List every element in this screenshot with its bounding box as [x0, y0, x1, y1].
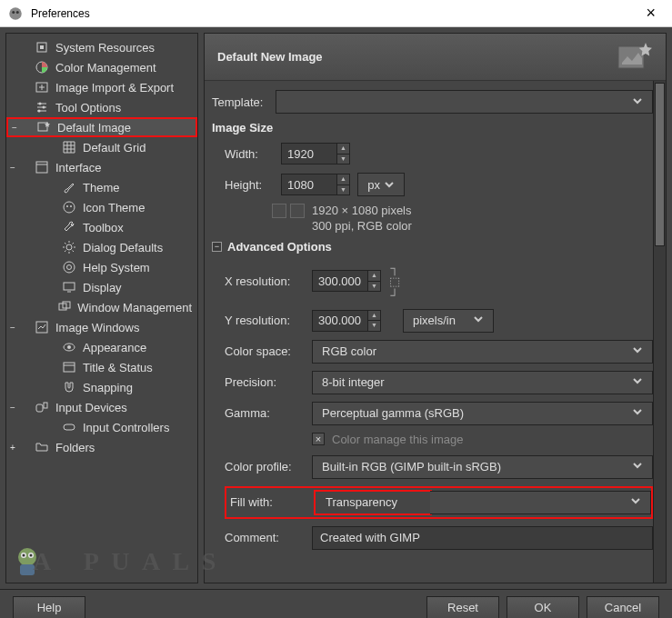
page-header: Default New Image	[205, 34, 666, 81]
close-button[interactable]: ×	[637, 4, 665, 23]
tree-item-default-image[interactable]: −Default Image	[6, 117, 197, 137]
template-select[interactable]	[276, 90, 653, 114]
sliders-icon	[34, 100, 50, 115]
app-icon	[7, 5, 24, 22]
tree-item-title-status[interactable]: Title & Status	[6, 357, 197, 377]
tree-item-snapping[interactable]: Snapping	[6, 377, 197, 397]
svg-rect-26	[44, 403, 47, 408]
help-button[interactable]: Help	[13, 596, 85, 619]
svg-point-17	[67, 265, 72, 270]
grid-icon	[61, 140, 77, 154]
tree-item-folders[interactable]: +Folders	[6, 437, 197, 457]
fill-with-select-ext[interactable]	[430, 491, 651, 514]
spin-down-icon[interactable]: ▼	[337, 154, 349, 164]
res-unit-select[interactable]: pixels/in	[403, 309, 494, 333]
window-title: Preferences	[31, 7, 637, 20]
chevron-down-icon	[632, 95, 643, 109]
preferences-tree[interactable]: System Resources Color Management Image …	[5, 33, 198, 583]
expander-icon[interactable]: −	[6, 403, 19, 413]
magnet-icon	[61, 380, 77, 394]
spin-up-icon[interactable]: ▲	[337, 144, 349, 154]
tree-item-icon-theme[interactable]: Icon Theme	[6, 197, 197, 217]
tree-item-appearance[interactable]: Appearance	[6, 337, 197, 357]
lifebuoy-icon	[61, 260, 77, 274]
tree-item-image-windows[interactable]: −Image Windows	[6, 317, 197, 337]
width-label: Width:	[225, 147, 281, 161]
svg-rect-24	[64, 363, 75, 372]
expander-icon[interactable]: +	[6, 443, 19, 453]
height-label: Height:	[225, 178, 281, 192]
scrollbar-thumb[interactable]	[655, 83, 665, 246]
tree-item-system-resources[interactable]: System Resources	[6, 37, 197, 57]
fill-with-select[interactable]: Transparency	[316, 493, 429, 513]
svg-rect-4	[40, 45, 44, 49]
svg-point-7	[39, 103, 42, 105]
svg-rect-18	[64, 283, 75, 290]
fill-with-row: Fill with: Transparency	[225, 486, 653, 519]
tree-item-input-devices[interactable]: −Input Devices	[6, 397, 197, 417]
tree-item-input-controllers[interactable]: Input Controllers	[6, 417, 197, 437]
wrench-icon	[61, 220, 77, 234]
comment-input[interactable]	[312, 526, 653, 550]
tree-item-dialog-defaults[interactable]: Dialog Defaults	[6, 237, 197, 257]
expander-icon[interactable]: −	[8, 123, 21, 133]
svg-point-14	[70, 205, 72, 207]
collapse-icon[interactable]: −	[212, 242, 222, 252]
cancel-button[interactable]: Cancel	[587, 596, 659, 619]
spin-up-icon[interactable]: ▲	[337, 174, 349, 185]
color-manage-checkbox[interactable]: ×	[312, 433, 325, 445]
xres-input[interactable]: ▲▼	[312, 270, 381, 292]
tree-item-tool-options[interactable]: Tool Options	[6, 97, 197, 117]
landscape-icon[interactable]	[290, 204, 305, 218]
image-size-title: Image Size	[212, 121, 653, 135]
yres-input[interactable]: ▲▼	[312, 310, 381, 332]
fill-label: Fill with:	[230, 495, 314, 509]
window-icon	[34, 160, 50, 174]
tree-item-toolbox[interactable]: Toolbox	[6, 217, 197, 237]
dialog-footer: Help Reset OK Cancel	[0, 589, 672, 618]
svg-point-15	[66, 244, 72, 250]
import-export-icon	[34, 80, 50, 95]
tree-item-help-system[interactable]: Help System	[6, 257, 197, 277]
tree-item-display[interactable]: Display	[6, 277, 197, 297]
expander-icon[interactable]: −	[6, 163, 19, 173]
image-window-icon	[34, 320, 50, 334]
gamma-select[interactable]: Perceptual gamma (sRGB)	[312, 402, 653, 425]
page-title: Default New Image	[217, 50, 323, 64]
precision-select[interactable]: 8-bit integer	[312, 371, 653, 394]
svg-rect-27	[64, 424, 75, 430]
color-profile-select[interactable]: Built-in RGB (GIMP built-in sRGB)	[312, 455, 653, 479]
svg-point-2	[16, 11, 19, 14]
comment-label: Comment:	[225, 531, 312, 544]
face-icon	[61, 200, 77, 214]
gear-icon	[61, 240, 77, 254]
titlebar: Preferences ×	[0, 0, 672, 27]
tree-item-window-management[interactable]: Window Management	[6, 297, 197, 317]
height-input[interactable]: ▲▼	[281, 174, 350, 195]
reset-button[interactable]: Reset	[426, 596, 499, 619]
tree-item-default-grid[interactable]: Default Grid	[6, 137, 197, 157]
scrollbar[interactable]	[653, 81, 666, 583]
tree-item-interface[interactable]: −Interface	[6, 157, 197, 177]
tree-item-theme[interactable]: Theme	[6, 177, 197, 197]
portrait-icon[interactable]	[272, 204, 286, 218]
advanced-title: Advanced Options	[227, 240, 332, 254]
tree-item-image-import-export[interactable]: Image Import & Export	[6, 77, 197, 97]
tag-icon	[61, 360, 77, 374]
yres-label: Y resolution:	[225, 314, 312, 327]
eye-icon	[61, 340, 77, 354]
width-input[interactable]: ▲▼	[281, 143, 350, 164]
tree-item-color-management[interactable]: Color Management	[6, 57, 197, 77]
link-chain-icon[interactable]: ┐⬚┘	[386, 261, 403, 302]
spin-down-icon[interactable]: ▼	[337, 185, 349, 195]
expander-icon[interactable]: −	[6, 323, 19, 333]
size-unit-select[interactable]: px	[357, 173, 405, 196]
svg-point-13	[66, 205, 68, 207]
default-image-icon	[617, 41, 653, 74]
windows-icon	[57, 300, 73, 314]
colorspace-select[interactable]: RGB color	[312, 340, 653, 364]
ok-button[interactable]: OK	[507, 596, 579, 619]
xres-label: X resolution:	[225, 274, 312, 288]
folder-icon	[34, 440, 50, 454]
svg-point-23	[67, 345, 71, 349]
